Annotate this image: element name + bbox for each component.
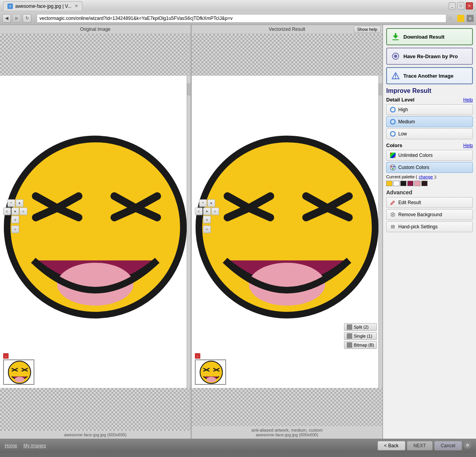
bitmap-view-btn[interactable]: Bitmap (B): [344, 341, 377, 349]
my-images-link[interactable]: My images: [23, 443, 46, 448]
nav-center-left[interactable]: ✦: [11, 208, 19, 215]
left-panel-top: Original Image: [0, 25, 191, 76]
nav-left-left[interactable]: <: [3, 208, 11, 215]
remove-background-btn[interactable]: Remove Background: [386, 209, 473, 220]
nav-right-right[interactable]: >: [211, 208, 219, 215]
redraw-icon: [391, 52, 400, 61]
maximize-btn[interactable]: □: [457, 2, 464, 9]
nav-plus-left[interactable]: +: [11, 226, 19, 233]
extension-icon[interactable]: [457, 15, 464, 22]
view-options: Split (2) Single (1) Bitmap (B): [344, 323, 377, 349]
edit-result-btn[interactable]: Edit Result: [386, 197, 473, 208]
minus-btn-right[interactable]: -: [195, 353, 200, 359]
nav-up-right[interactable]: ^: [199, 199, 207, 207]
handpick-icon: [390, 224, 396, 230]
middle-row: ^ ✦ < ✦ > v +: [0, 76, 382, 388]
redraw-by-pro-button[interactable]: Have Re-Drawn by Pro: [386, 48, 473, 65]
improve-result-title: Improve Result: [386, 87, 473, 94]
tab-close-btn[interactable]: ✕: [75, 4, 78, 9]
split-view-btn[interactable]: Split (2): [344, 323, 377, 331]
nav-plus-right[interactable]: +: [203, 226, 211, 233]
unlimited-colors-icon: [390, 152, 396, 158]
image-area: Original Image Vectorized Result Show he…: [0, 25, 382, 439]
browser-tab[interactable]: V awesome-face-jpg.jpg | V... ✕: [3, 1, 82, 11]
close-btn[interactable]: ✕: [466, 2, 473, 9]
unlimited-colors-btn[interactable]: Unlimited Colors: [386, 150, 473, 161]
nav-settings-right[interactable]: ✦: [207, 199, 215, 207]
left-panel-nav-controls: ^ ✦ < ✦ > v +: [3, 199, 27, 233]
single-view-btn[interactable]: Single (1): [344, 332, 377, 340]
high-detail-btn[interactable]: High: [386, 104, 473, 115]
trace-another-button[interactable]: Trace Another Image: [386, 67, 473, 84]
detail-help-link[interactable]: Help: [463, 97, 473, 103]
high-icon: [390, 107, 396, 113]
bookmark-icon[interactable]: ☆: [448, 15, 455, 22]
svg-point-51: [392, 168, 394, 169]
right-panel-bottom: anti-aliased artwork, medium, custom awe…: [192, 388, 382, 439]
low-detail-btn[interactable]: Low: [386, 128, 473, 139]
menu-icon[interactable]: ≡: [467, 15, 474, 22]
palette-swatches: [386, 181, 473, 186]
minus-btn-left[interactable]: -: [3, 353, 9, 359]
back-nav-btn[interactable]: ◀: [2, 14, 11, 23]
home-link[interactable]: Home: [5, 443, 17, 448]
colors-label: Colors: [386, 142, 402, 148]
nav-down-left[interactable]: v: [11, 216, 19, 224]
cancel-button[interactable]: Cancel: [434, 441, 462, 450]
show-help-button[interactable]: Show help: [354, 26, 381, 33]
left-panel-bottom: awesome-face-jpg.jpg (600x600): [0, 388, 191, 439]
medium-detail-btn[interactable]: Medium: [386, 116, 473, 127]
detail-level-label: Detail Level: [386, 97, 414, 103]
handpick-settings-btn[interactable]: Hand-pick Settings: [386, 221, 473, 232]
scrollbar-thumb-right[interactable]: [379, 84, 382, 95]
colors-help-link[interactable]: Help: [463, 143, 473, 148]
custom-colors-btn[interactable]: Custom Colors: [386, 162, 473, 173]
footer-buttons: < Back NEXT Cancel ⚙: [378, 441, 471, 450]
nav-bar: ◀ ▶ ↻ ☆ ≡: [0, 12, 476, 25]
original-checker-bottom: [0, 388, 191, 431]
svg-point-47: [395, 78, 396, 79]
nav-down-right[interactable]: v: [203, 216, 211, 224]
swatch-very-dark: [421, 181, 428, 186]
mini-thumb-container-right: -: [195, 353, 226, 385]
svg-rect-42: [392, 39, 399, 40]
nav-settings-left[interactable]: ✦: [16, 199, 23, 207]
scrollbar-thumb-left[interactable]: [187, 84, 191, 95]
address-bar[interactable]: [37, 14, 446, 23]
bitmap-icon: [347, 342, 352, 348]
detail-level-row: Detail Level Help: [386, 97, 473, 103]
swatch-yellow: [386, 181, 392, 186]
sidebar: Download Result Have Re-Drawn by Pro: [382, 25, 476, 439]
vectorized-checker-bottom: [192, 388, 382, 426]
nav-up-left[interactable]: ^: [7, 199, 15, 207]
trace-icon: [391, 71, 400, 80]
svg-point-57: [392, 226, 393, 228]
svg-point-50: [393, 166, 395, 167]
scrollbar-right[interactable]: [378, 76, 382, 388]
original-checker-top: [0, 34, 191, 76]
back-button[interactable]: < Back: [378, 441, 405, 450]
change-palette-link[interactable]: change: [419, 174, 433, 179]
bottom-checker-row: awesome-face-jpg.jpg (600x600) anti-alia…: [0, 388, 382, 439]
single-icon: [347, 333, 352, 339]
svg-point-49: [391, 166, 392, 167]
vectorized-checker-top: [192, 34, 382, 76]
forward-nav-btn[interactable]: ▶: [12, 14, 21, 23]
scrollbar-left[interactable]: [187, 76, 191, 388]
advanced-title: Advanced: [386, 189, 473, 196]
cancel-icon: ⚙: [464, 441, 471, 449]
minimize-btn[interactable]: _: [449, 2, 456, 9]
custom-colors-icon: [390, 164, 396, 171]
right-panel-top: Vectorized Result Show help: [192, 25, 382, 76]
vectorized-status: anti-aliased artwork, medium, custom awe…: [192, 426, 382, 439]
remove-bg-icon: [390, 212, 396, 218]
vectorized-image-header: Vectorized Result Show help: [192, 25, 382, 34]
download-result-button[interactable]: Download Result: [386, 28, 473, 45]
nav-right-left[interactable]: >: [20, 208, 27, 215]
next-button[interactable]: NEXT: [407, 441, 433, 450]
nav-center-right[interactable]: ✦: [203, 208, 211, 215]
svg-point-59: [392, 228, 394, 229]
nav-left-right[interactable]: <: [195, 208, 203, 215]
refresh-btn[interactable]: ↻: [23, 14, 31, 23]
edit-icon: [390, 199, 396, 206]
